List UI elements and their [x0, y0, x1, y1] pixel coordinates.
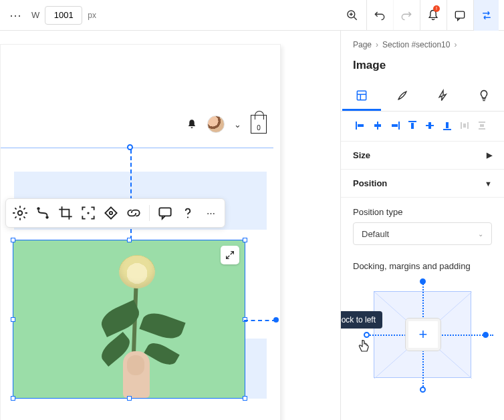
svg-rect-12 [357, 91, 366, 99]
chevron-down-icon[interactable]: ⌄ [234, 120, 241, 130]
svg-rect-10 [159, 208, 170, 216]
width-unit: px [88, 11, 96, 20]
element-floating-toolbar: ⋯ [5, 198, 225, 228]
svg-point-11 [187, 216, 188, 218]
dock-handle-left[interactable] [364, 332, 370, 338]
redo-button[interactable] [393, 0, 418, 31]
svg-rect-25 [428, 122, 431, 129]
toolbar-left: ⋯ W px [5, 6, 96, 25]
svg-rect-17 [358, 124, 364, 127]
undo-button[interactable] [366, 0, 392, 31]
undo-icon [373, 9, 386, 22]
svg-point-6 [37, 207, 39, 210]
distribute-h-icon[interactable] [457, 118, 472, 133]
inspector-panel: Page › Section #section10 › Image Size ▶… [340, 31, 504, 420]
tab-interactions[interactable] [424, 81, 463, 111]
position-type-select[interactable]: Default ⌄ [353, 222, 492, 245]
width-label: W [31, 10, 39, 20]
resize-handle-bm[interactable] [127, 396, 132, 401]
zoom-in-button[interactable] [340, 0, 365, 31]
width-input[interactable] [45, 6, 82, 25]
position-section-body: Position type Default ⌄ Docking, margins… [341, 198, 504, 408]
dock-tooltip: Dock to left [340, 311, 382, 329]
breadcrumb-section[interactable]: Section #section10 [382, 40, 450, 49]
svg-rect-19 [374, 124, 381, 127]
bag-count: 0 [257, 124, 261, 132]
caret-down-icon: ▼ [485, 180, 492, 188]
align-bottom-icon[interactable] [440, 118, 455, 133]
link-icon[interactable] [125, 204, 142, 222]
horizontal-guide [244, 320, 276, 321]
settings-icon[interactable] [11, 204, 29, 222]
svg-line-1 [354, 17, 357, 19]
zoom-icon [346, 9, 359, 22]
resize-handle-tl[interactable] [11, 238, 15, 242]
svg-rect-4 [455, 11, 464, 18]
selected-section: ⋯ [1, 152, 267, 420]
horizontal-guide-dot [273, 317, 279, 323]
caret-right-icon: ▶ [487, 151, 492, 160]
chat-icon [453, 9, 467, 22]
chevron-right-icon: › [454, 40, 457, 49]
pointer-cursor-icon [358, 339, 370, 353]
svg-rect-33 [480, 124, 484, 127]
notifications-button[interactable]: ! [420, 0, 445, 31]
focal-point-icon[interactable] [80, 204, 97, 222]
svg-rect-23 [411, 123, 414, 129]
svg-point-9 [110, 212, 112, 214]
svg-rect-27 [446, 122, 449, 128]
align-top-icon[interactable] [405, 118, 420, 133]
inspector-tabs [341, 81, 504, 112]
align-center-h-icon[interactable] [370, 118, 385, 133]
chevron-right-icon: › [376, 40, 378, 49]
expand-image-button[interactable] [221, 246, 239, 264]
svg-point-15 [398, 97, 400, 99]
preview-header: ⌄ 0 [186, 115, 267, 134]
animation-icon[interactable] [34, 204, 51, 222]
resize-handle-tr[interactable] [243, 238, 247, 242]
distribute-v-icon[interactable] [475, 118, 489, 133]
svg-rect-30 [463, 124, 466, 128]
comment-icon[interactable] [156, 204, 174, 222]
shopping-bag-icon[interactable]: 0 [251, 115, 267, 134]
align-center-v-icon[interactable] [422, 118, 437, 133]
expand-icon [225, 250, 235, 260]
toolbar-right: ! [340, 0, 499, 31]
docking-diagram: + Dock to left [356, 282, 489, 399]
position-type-label: Position type [353, 207, 492, 217]
tab-tips[interactable] [465, 81, 503, 111]
align-right-icon[interactable] [388, 118, 402, 133]
mask-icon[interactable] [102, 204, 120, 222]
resize-handle-ml[interactable] [11, 317, 15, 322]
resize-handle-br[interactable] [243, 396, 247, 401]
selected-image[interactable] [13, 240, 245, 399]
resize-handle-bl[interactable] [11, 396, 15, 401]
more-dots-icon[interactable]: ⋯ [5, 8, 26, 23]
avatar[interactable] [207, 116, 225, 133]
tab-layout[interactable] [342, 81, 381, 111]
dock-center-button[interactable]: + [405, 318, 441, 351]
section-top-edge [1, 148, 273, 148]
artboard[interactable]: ⌄ 0 ⋯ [0, 44, 281, 420]
size-section-header[interactable]: Size ▶ [341, 142, 504, 170]
help-icon[interactable] [179, 204, 197, 222]
inspector-toggle-button[interactable] [473, 0, 499, 31]
dock-handle-top[interactable] [420, 278, 426, 284]
svg-point-5 [18, 211, 23, 216]
more-icon[interactable]: ⋯ [202, 204, 219, 222]
dock-handle-bottom[interactable] [420, 387, 426, 393]
tab-design[interactable] [383, 81, 422, 111]
crop-icon[interactable] [57, 204, 74, 222]
preview-bell-icon[interactable] [186, 118, 198, 130]
breadcrumb-page[interactable]: Page [353, 40, 372, 49]
align-left-icon[interactable] [353, 118, 368, 133]
dock-handle-right[interactable] [483, 332, 489, 338]
redo-icon [400, 9, 413, 22]
position-section-header[interactable]: Position ▼ [341, 170, 504, 198]
canvas[interactable]: ⌄ 0 ⋯ [0, 31, 340, 420]
top-toolbar: ⋯ W px ! [0, 0, 504, 31]
comments-button[interactable] [447, 0, 472, 31]
swap-icon [480, 9, 493, 22]
resize-handle-tm[interactable] [127, 238, 132, 242]
docking-label: Docking, margins and padding [353, 261, 492, 271]
